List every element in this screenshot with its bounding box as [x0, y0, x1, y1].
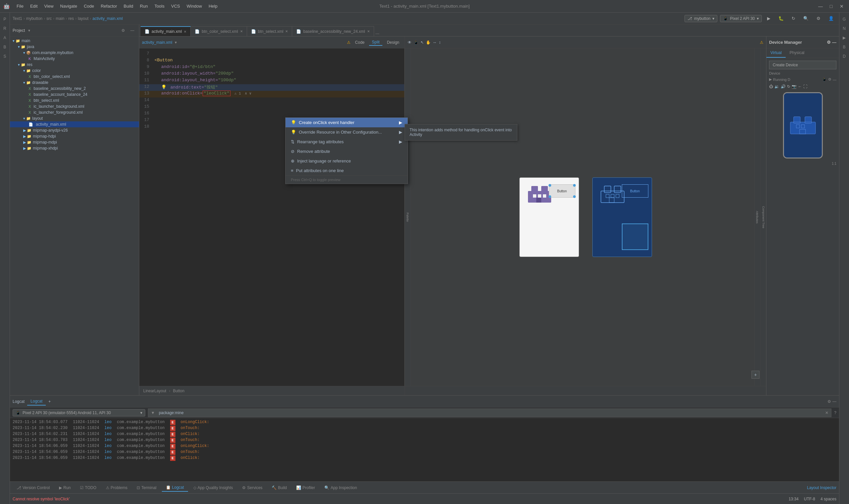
ctx-rearrange[interactable]: ⇅ Rearrange tag attributes ▶	[286, 137, 408, 147]
volume-down-icon[interactable]: 🔉	[774, 84, 779, 89]
tree-layout[interactable]: ▾ 📁 layout	[10, 115, 139, 121]
menu-help[interactable]: Help	[205, 2, 221, 10]
user-button[interactable]: 👤	[826, 15, 836, 21]
menu-build[interactable]: Build	[120, 2, 137, 10]
settings-toolbar-button[interactable]: ⚙	[814, 15, 823, 21]
running-devices-right-icon[interactable]: ▶	[841, 34, 848, 42]
volume-up-icon[interactable]: 🔊	[781, 84, 785, 89]
menu-code[interactable]: Code	[80, 2, 97, 10]
dm-settings-icon[interactable]: ⚙	[827, 40, 831, 45]
logcat-filter-input[interactable]	[156, 410, 824, 416]
structure-icon[interactable]: S	[1, 52, 9, 60]
tree-baseline-acc[interactable]: X baseline_accessibility_new_2	[10, 86, 139, 91]
bookmarks-icon[interactable]: B	[1, 43, 9, 51]
menu-tools[interactable]: Tools	[151, 2, 168, 10]
power-icon[interactable]: ⏻	[769, 84, 773, 89]
android-icon[interactable]: A	[1, 34, 9, 42]
menu-refactor[interactable]: Refactor	[97, 2, 120, 10]
linearlayout-crumb[interactable]: LinearLayout	[143, 389, 166, 393]
tree-main[interactable]: ▾ 📁 main	[10, 38, 139, 44]
tab-baseline[interactable]: 📄 baseline_accessibility_new_24.xml ✕	[292, 26, 374, 36]
menu-navigate[interactable]: Navigate	[57, 2, 80, 10]
footer-tab-profiler[interactable]: 📊 Profiler	[292, 484, 319, 491]
search-button[interactable]: 🔍	[800, 15, 811, 21]
footer-tab-appinspection[interactable]: 🔍 App Inspection	[320, 484, 361, 491]
rotate-icon[interactable]: ↻	[787, 84, 790, 89]
tab-close-icon3[interactable]: ✕	[285, 30, 288, 33]
resource-icon[interactable]: R	[1, 24, 9, 33]
device-exp-icon[interactable]: D	[841, 52, 848, 60]
tab-close-icon[interactable]: ✕	[184, 30, 186, 34]
zoom-height-icon[interactable]: ↕	[439, 40, 441, 45]
notifications-icon[interactable]: N	[841, 24, 848, 33]
dm-virtual-tab[interactable]: Virtual	[766, 49, 785, 58]
gradle-icon[interactable]: G	[841, 15, 848, 23]
running-device-settings-icon[interactable]: ⚙	[828, 77, 831, 82]
project-collapse-icon[interactable]: —	[128, 26, 136, 35]
tab-btn-color[interactable]: 📄 btn_color_select.xml ✕	[191, 26, 247, 36]
tree-java[interactable]: ▾ 📁 java	[10, 44, 139, 50]
menu-run[interactable]: Run	[137, 2, 151, 10]
footer-tab-problems[interactable]: ⚠ Problems	[102, 484, 132, 491]
tree-package[interactable]: ▾ 📦 com.example.mybutton	[10, 50, 139, 56]
tree-mipmap-hdpi[interactable]: ▶ 📁 mipmap-hdpi	[10, 133, 139, 139]
logcat-settings-icon[interactable]: ⚙	[828, 399, 831, 404]
dm-close-icon[interactable]: —	[832, 40, 836, 45]
tree-ic-fg[interactable]: X ic_launcher_foreground.xml	[10, 109, 139, 115]
debug-button[interactable]: 🐛	[776, 15, 786, 21]
project-settings-icon[interactable]: ⚙	[119, 26, 127, 35]
footer-tab-logcat[interactable]: 📋 Logcat	[162, 484, 188, 492]
tab-btn-select[interactable]: 📄 btn_select.xml ✕	[247, 26, 292, 36]
cursor-icon[interactable]: ↖	[420, 40, 424, 45]
logcat-minimize-icon[interactable]: —	[832, 399, 836, 404]
logcat-tab[interactable]: Logcat	[27, 398, 46, 406]
run-button[interactable]: ▶	[764, 15, 773, 21]
ctx-put-attrs[interactable]: ≡ Put attributes on one line	[286, 166, 408, 175]
dm-physical-tab[interactable]: Physical	[785, 49, 809, 58]
zoom-fit-icon[interactable]: ↔	[433, 40, 437, 45]
tree-res[interactable]: ▾ 📁 res	[10, 62, 139, 68]
filter-clear-icon[interactable]: ✕	[825, 411, 828, 415]
menu-file[interactable]: File	[13, 2, 27, 10]
menu-edit[interactable]: Edit	[27, 2, 41, 10]
menu-vcs[interactable]: VCS	[168, 2, 183, 10]
tree-ic-bg[interactable]: X ic_launcher_background.xml	[10, 104, 139, 109]
split-view-btn[interactable]: Split	[369, 39, 382, 46]
tree-mipmap-mdpi[interactable]: ▶ 📁 mipmap-mdpi	[10, 139, 139, 145]
tree-color[interactable]: ▾ 📁 color	[10, 68, 139, 74]
eye-icon[interactable]: 👁	[408, 40, 412, 45]
ctx-create-onclick[interactable]: 💡 Create onClick event handler ▶	[286, 118, 408, 127]
create-device-button[interactable]: Create Device	[769, 61, 836, 69]
code-view-btn[interactable]: Code	[353, 39, 367, 46]
tree-btn-color[interactable]: X btn_color_select.xml	[10, 74, 139, 79]
tree-baseline-acc2[interactable]: X baseline_account_balance_24	[10, 91, 139, 97]
footer-tab-vc[interactable]: ⎇ Version Control	[13, 484, 54, 491]
tree-activity-main[interactable]: 📄 activity_main.xml	[10, 121, 139, 127]
tree-mainactivity[interactable]: K MainActivity	[10, 56, 139, 62]
tree-drawable[interactable]: ▾ 📁 drawable	[10, 79, 139, 86]
menu-window[interactable]: Window	[183, 2, 205, 10]
expand-icon[interactable]: ⛶	[803, 84, 807, 89]
design-view-btn[interactable]: Design	[384, 39, 402, 46]
button-crumb[interactable]: Button	[173, 389, 184, 393]
zoom-plus-button[interactable]: +	[752, 371, 759, 379]
add-tab-icon[interactable]: +	[49, 399, 51, 404]
menu-view[interactable]: View	[41, 2, 57, 10]
logcat-help-icon[interactable]: ?	[834, 411, 836, 415]
ctx-remove-attr[interactable]: ⊘ Remove attribute	[286, 147, 408, 156]
maximize-button[interactable]: □	[827, 2, 836, 11]
tree-mipmap-any[interactable]: ▶ 📁 mipmap-anydpi-v26	[10, 127, 139, 133]
tree-mipmap-xhdpi[interactable]: ▶ 📁 mipmap-xhdpi	[10, 145, 139, 151]
footer-tab-todo[interactable]: ☑ TODO	[76, 484, 100, 491]
pan-icon[interactable]: ✋	[426, 40, 431, 45]
footer-tab-build[interactable]: 🔨 Build	[268, 484, 291, 491]
tree-btn-select[interactable]: X btn_select.xml	[10, 97, 139, 104]
ctx-override-resource[interactable]: 💡 Override Resource in Other Configurati…	[286, 127, 408, 137]
ctx-inject-lang[interactable]: ⊕ Inject language or reference	[286, 156, 408, 166]
close-button[interactable]: ✕	[837, 2, 846, 11]
device-dropdown[interactable]: 📱 Pixel 2 API 30 ▾	[720, 15, 762, 22]
footer-tab-run[interactable]: ▶ Run	[55, 484, 75, 491]
more-tabs-icon[interactable]: ⋯	[375, 32, 379, 36]
footer-tab-services[interactable]: ⚙ Services	[238, 484, 266, 491]
footer-tab-terminal[interactable]: ⊡ Terminal	[133, 484, 160, 491]
